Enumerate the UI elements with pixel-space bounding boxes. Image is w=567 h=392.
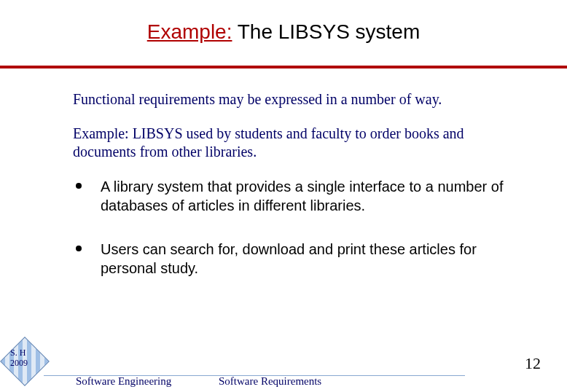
footer-course: Software Engineering <box>76 375 171 388</box>
slide-title: Example: The LIBSYS system <box>0 0 567 44</box>
context-paragraph: Example: LIBSYS used by students and fac… <box>73 125 523 161</box>
author-initials: S. H <box>10 348 26 358</box>
author-badge: S. H 2009 <box>10 348 28 369</box>
list-item: Users can search for, download and print… <box>76 240 523 278</box>
intro-paragraph: Functional requirements may be expressed… <box>73 90 523 109</box>
footer-topic: Software Requirements <box>219 375 321 388</box>
title-main: The LIBSYS system <box>232 20 420 43</box>
list-item: A library system that provides a single … <box>76 177 523 215</box>
author-year: 2009 <box>10 358 28 368</box>
page-number: 12 <box>525 354 541 373</box>
bullet-list: A library system that provides a single … <box>73 177 523 278</box>
footer: S. H 2009 Software Engineering Software … <box>0 350 567 379</box>
content-area: Functional requirements may be expressed… <box>0 68 567 278</box>
title-prefix: Example: <box>147 20 232 43</box>
